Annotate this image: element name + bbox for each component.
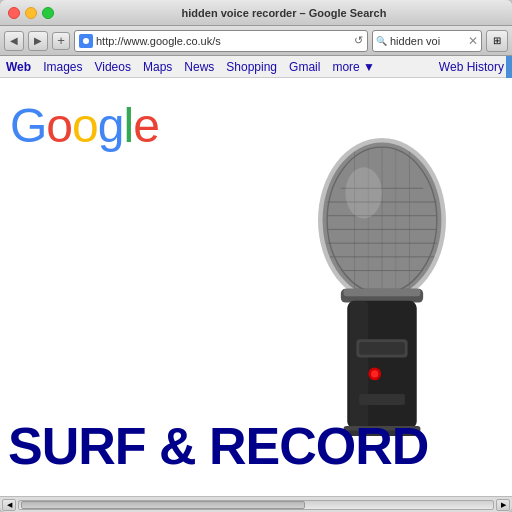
logo-g: G bbox=[10, 99, 46, 152]
favicon-icon bbox=[79, 34, 93, 48]
tab-maps[interactable]: Maps bbox=[143, 58, 172, 76]
close-button[interactable] bbox=[8, 7, 20, 19]
web-history-tab[interactable]: Web History bbox=[439, 60, 504, 74]
traffic-lights bbox=[8, 7, 54, 19]
toolbar: ◀ ▶ + http://www.google.co.uk/s ↺ 🔍 hidd… bbox=[0, 26, 512, 56]
logo-e: e bbox=[133, 99, 159, 152]
reload-button[interactable]: ↺ bbox=[354, 34, 363, 47]
search-clear-button[interactable]: ✕ bbox=[468, 34, 478, 48]
search-icon: 🔍 bbox=[376, 36, 387, 46]
svg-rect-19 bbox=[350, 301, 368, 429]
horizontal-scrollbar: ◀ ▶ bbox=[0, 496, 512, 512]
logo-o1: o bbox=[46, 99, 72, 152]
google-logo: Google bbox=[10, 98, 159, 153]
microphone-svg bbox=[282, 138, 482, 458]
page-button[interactable]: ⊞ bbox=[486, 30, 508, 52]
tab-news[interactable]: News bbox=[184, 58, 214, 76]
forward-button[interactable]: ▶ bbox=[28, 31, 48, 51]
logo-g2: l bbox=[123, 99, 133, 152]
svg-point-23 bbox=[371, 370, 378, 377]
scroll-right-button[interactable]: ▶ bbox=[496, 499, 510, 511]
bottom-text-area: SURF & RECORD bbox=[0, 416, 512, 476]
scroll-left-button[interactable]: ◀ bbox=[2, 499, 16, 511]
logo-o2: o bbox=[72, 99, 98, 152]
svg-point-15 bbox=[345, 167, 382, 218]
address-text: http://www.google.co.uk/s bbox=[96, 35, 351, 47]
nav-tabs: Web Images Videos Maps News Shopping Gma… bbox=[0, 56, 512, 78]
address-bar[interactable]: http://www.google.co.uk/s ↺ bbox=[74, 30, 368, 52]
tab-shopping[interactable]: Shopping bbox=[226, 58, 277, 76]
browser-window: hidden voice recorder – Google Search ◀ … bbox=[0, 0, 512, 512]
logo-o3: g bbox=[98, 99, 124, 152]
add-tab-button[interactable]: + bbox=[52, 32, 70, 50]
main-content: Google bbox=[0, 78, 512, 496]
tab-gmail[interactable]: Gmail bbox=[289, 58, 320, 76]
scroll-track[interactable] bbox=[18, 500, 494, 510]
search-query-text: hidden voi bbox=[390, 35, 465, 47]
tab-videos[interactable]: Videos bbox=[94, 58, 130, 76]
microphone-image bbox=[282, 138, 482, 458]
tab-more[interactable]: more ▼ bbox=[332, 58, 375, 76]
surf-record-label: SURF & RECORD bbox=[8, 416, 504, 476]
search-bar[interactable]: 🔍 hidden voi ✕ bbox=[372, 30, 482, 52]
google-logo-text: Google bbox=[10, 99, 159, 152]
svg-rect-17 bbox=[344, 289, 421, 296]
back-button[interactable]: ◀ bbox=[4, 31, 24, 51]
window-title: hidden voice recorder – Google Search bbox=[64, 7, 504, 19]
maximize-button[interactable] bbox=[42, 7, 54, 19]
svg-rect-21 bbox=[359, 342, 405, 355]
scroll-thumb[interactable] bbox=[21, 501, 305, 509]
tab-images[interactable]: Images bbox=[43, 58, 82, 76]
scroll-indicator bbox=[506, 56, 512, 78]
minimize-button[interactable] bbox=[25, 7, 37, 19]
tab-web[interactable]: Web bbox=[6, 58, 31, 76]
title-bar: hidden voice recorder – Google Search bbox=[0, 0, 512, 26]
svg-rect-24 bbox=[359, 394, 405, 405]
